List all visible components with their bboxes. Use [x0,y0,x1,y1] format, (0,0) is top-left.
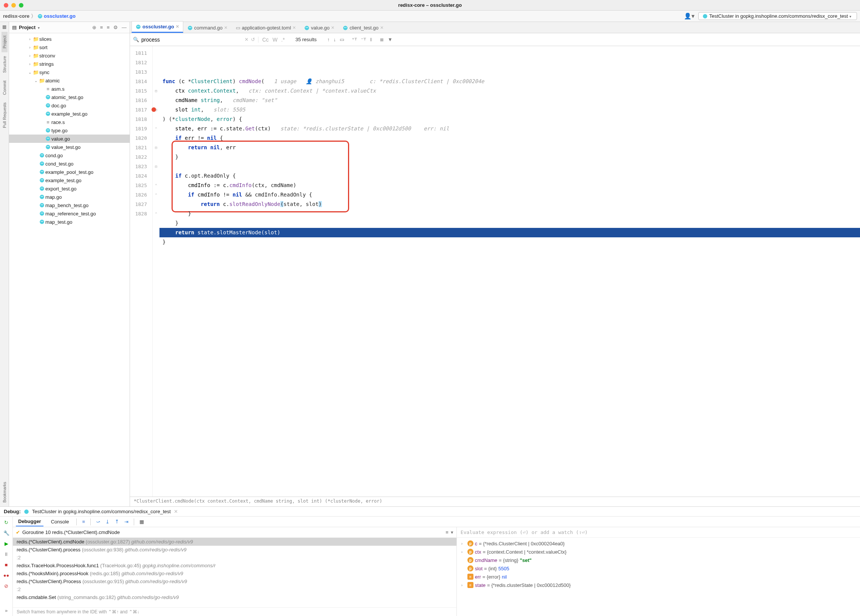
tree-file[interactable]: cond.go [9,151,130,159]
tree-file[interactable]: example_test.go [9,176,130,184]
match-case-icon[interactable]: Cc [262,37,269,43]
goroutine-label[interactable]: Goroutine 10 redis.(*ClusterClient).cmdN… [22,530,443,535]
tree-file[interactable]: atomic_test.go [9,93,130,101]
code-line[interactable]: cmdName string, cmdName: "set" [160,96,860,105]
stack-frame[interactable]: redis.(*ClusterClient).Process (ossclust… [13,577,457,585]
regex-icon[interactable]: .* [281,37,284,43]
close-debug-config-icon[interactable]: ✕ [174,509,178,514]
pause-icon[interactable]: ⏸ [3,551,10,558]
gutter-structure[interactable]: Structure [2,52,8,77]
tree-file[interactable]: example_pool_test.go [9,168,130,176]
code-line[interactable]: if c.opt.ReadOnly { [160,171,860,181]
settings-icon[interactable]: ⚙ [113,25,118,30]
variable-row[interactable]: p cmdName = {string} "set" [459,556,858,564]
variable-row[interactable]: p slot = {int} 5505 [459,564,858,572]
tree-file[interactable]: cond_test.go [9,159,130,168]
user-menu-icon[interactable]: 👤▾ [684,13,695,20]
code-editor[interactable]: 1811181218131814181518161817181818191820… [130,46,860,497]
fold-gutter[interactable]: ⊟⊟⌃⊟⊟⌃⌃⌃ [153,46,160,497]
code-line[interactable]: state, err := c.state.Get(ctx) state: *r… [160,124,860,134]
breadcrumb-project[interactable]: redisx-core [3,13,30,19]
code-line[interactable]: ctx context.Context, ctx: context.Contex… [160,86,860,96]
variable-row[interactable]: ›p c = {*redis.ClusterClient | 0xc000204… [459,539,858,548]
stack-frame[interactable]: redis.(*hooksMixin).processHook (redis.g… [13,569,457,577]
gutter-project[interactable]: Project [2,32,8,52]
frames-dropdown-icon[interactable]: ▾ [451,530,454,535]
editor-tab[interactable]: command.go✕ [183,22,232,33]
tree-folder[interactable]: ⌄📁atomic [9,76,130,85]
threads-icon[interactable]: ≡ [82,519,85,525]
close-tab-icon[interactable]: ✕ [380,25,383,30]
project-gutter-icon[interactable]: ▦ [2,22,6,32]
select-occurrences-icon[interactable]: ⫴ [370,37,372,43]
code-line[interactable]: } [160,218,860,228]
hide-panel-icon[interactable]: — [122,25,127,30]
code-line[interactable]: } [160,152,860,162]
run-configuration-select[interactable]: TestCluster in gopkg.inshopline.com/comm… [698,12,857,20]
code-line[interactable]: } [160,209,860,218]
stack-frame[interactable]: :2 [13,554,457,562]
stack-frame[interactable]: :2 [13,585,457,593]
step-into-icon[interactable]: ⤓ [105,519,110,525]
tree-file[interactable]: map_reference_test.go [9,209,130,218]
stack-frame[interactable]: redisx.TraceHook.ProcessHook.func1 (Trac… [13,562,457,569]
expand-all-icon[interactable]: ≡ [100,25,103,30]
tree-folder[interactable]: ›📁slices [9,35,130,43]
frames-list[interactable]: redis.(*ClusterClient).cmdNode (ossclust… [13,538,457,607]
variables-list[interactable]: ›p c = {*redis.ClusterClient | 0xc000204… [457,538,860,616]
clear-search-icon[interactable]: ✕ [245,37,249,42]
tree-folder[interactable]: ›📁strings [9,60,130,68]
stop-icon[interactable]: ■ [3,561,10,568]
close-tab-icon[interactable]: ✕ [176,24,179,29]
tab-console[interactable]: Console [49,517,71,526]
minimize-window-icon[interactable] [11,3,16,8]
close-tab-icon[interactable]: ✕ [292,25,296,30]
breadcrumb-file[interactable]: osscluster.go [38,13,75,19]
variable-row[interactable]: ›≡ state = {*redis.clusterState | 0xc000… [459,581,858,589]
tree-folder[interactable]: ›📁strconv [9,51,130,60]
code-line[interactable]: if err != nil { [160,134,860,143]
project-view-dropdown[interactable] [38,25,40,30]
code-line[interactable]: func (c *ClusterClient) cmdNode( 1 usage… [160,77,860,86]
evaluate-prompt[interactable]: Evaluate expression (⏎) or add a watch (… [457,527,860,538]
editor-tab[interactable]: ▭application-gotest.toml✕ [232,22,300,33]
mute-breakpoints-icon[interactable]: ⊘ [3,582,10,589]
remove-selection-icon[interactable]: ⁻⸆ [361,37,366,43]
code-line[interactable]: ) (*clusterNode, error) { [160,115,860,124]
editor-breadcrumb[interactable]: *ClusterClient.cmdNode(ctx context.Conte… [130,497,860,506]
prev-match-icon[interactable]: ↑ [327,37,330,42]
line-number-gutter[interactable]: 1811181218131814181518161817181818191820… [130,46,153,497]
wrench-icon[interactable]: 🔧 [3,530,10,536]
search-input[interactable] [141,37,242,43]
editor-tab[interactable]: client_test.go✕ [339,22,388,33]
editor-tab[interactable]: value.go✕ [300,22,339,33]
stack-frame[interactable]: redis.(*ClusterClient).process (ossclust… [13,546,457,554]
rerun-icon[interactable]: ↻ [3,519,10,526]
close-tab-icon[interactable]: ✕ [224,25,228,30]
evaluate-icon[interactable]: ▦ [140,519,144,525]
project-view-icon[interactable]: ▤ [12,25,17,30]
step-out-icon[interactable]: ⤒ [115,519,119,525]
resume-icon[interactable]: ▶ [3,540,10,547]
tree-file[interactable]: map_test.go [9,218,130,226]
tree-file[interactable]: example_test.go [9,110,130,118]
tree-file[interactable]: map_bench_test.go [9,201,130,209]
filter-icon[interactable]: ▼ [388,37,392,42]
run-to-cursor-icon[interactable]: ⇥ [124,519,129,525]
toggle-list-icon[interactable]: ≣ [380,37,384,42]
tree-file[interactable]: doc.go [9,101,130,110]
tree-file[interactable]: value.go [9,135,130,143]
tab-debugger[interactable]: Debugger [16,517,44,526]
close-window-icon[interactable] [4,3,8,8]
tree-file[interactable]: map.go [9,193,130,201]
project-tree[interactable]: ›📁slices›📁sort›📁strconv›📁strings⌄📁sync⌄📁… [9,33,130,506]
gutter-bookmarks[interactable]: Bookmarks [2,478,8,506]
tree-file[interactable]: ≡asm.s [9,85,130,93]
gutter-pull-requests[interactable]: Pull Requests [2,99,8,132]
variable-row[interactable]: ›p ctx = {context.Context | *context.val… [459,548,858,556]
stack-frame[interactable]: redis.cmdable.Set (string_commands.go:18… [13,593,457,601]
whole-word-icon[interactable]: W [272,37,277,43]
code-content[interactable]: func (c *ClusterClient) cmdNode( 1 usage… [160,46,860,497]
collapse-all-icon[interactable]: ≡ [107,25,110,30]
code-line[interactable]: return state.slotMasterNode(slot) [160,228,860,237]
